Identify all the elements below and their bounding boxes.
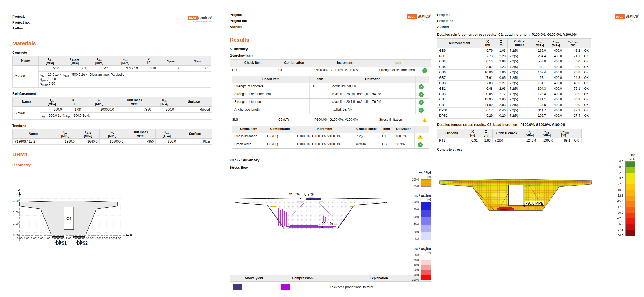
tendons-table: Namefpk[MPa]fp01k[MPa]Es[MPa]Unit mass[k… xyxy=(12,129,212,145)
compression-header: Compression xyxy=(278,275,327,282)
value-cell: 400.0 xyxy=(548,75,564,80)
page-detailed-results: Project: Project no: Author: ideaStatiCa… xyxy=(437,12,639,246)
material-detail: εst = 500.0 1e-4, εsc = 500.0 1e-4, xyxy=(40,112,212,120)
legend-tick: -27.5 xyxy=(617,228,623,231)
column-header: Es[MPa] xyxy=(99,129,125,139)
column-header: σs/σlim[%] xyxy=(564,39,582,48)
legend-tick: 0.0 xyxy=(619,166,623,169)
legend-scale: 0.020.040.060.080.0100.0 xyxy=(395,255,431,283)
value-cell: DPS1 xyxy=(437,107,481,113)
column-header: X[m] xyxy=(481,39,495,48)
value-cell: 0.20 xyxy=(140,65,158,71)
value-cell: OK xyxy=(582,48,591,53)
logo-tagline: Calculate yesterday's estimates xyxy=(188,21,212,22)
reinf-results-title: Detailed reinforcement stress results: C… xyxy=(437,33,639,36)
column-header: fyk[MPa] xyxy=(40,97,64,107)
value-cell: 2.93 xyxy=(495,86,508,91)
value-cell: 400.0 xyxy=(548,59,564,64)
geometry-heading: Geometry xyxy=(12,163,212,167)
column-header: Ecm[MPa] xyxy=(111,56,140,66)
check-item-row: SLSC2 (LT)P100.0%, G100.0%, V100.0%Stres… xyxy=(230,116,431,124)
value-cell: 195000.0 xyxy=(99,138,125,144)
warning-icon: ! xyxy=(422,118,428,122)
value-cell: 40.3 xyxy=(564,80,582,86)
value-cell: 7.2(5) xyxy=(508,91,532,97)
value-cell: GB2 xyxy=(437,59,481,64)
value-cell: OK xyxy=(582,97,591,102)
legend-tick: 0.0 xyxy=(415,254,419,257)
legend-tick: -5.0 xyxy=(618,177,623,180)
table-row: Y1860S7-15.21860.01640.0195000.07850350.… xyxy=(13,138,212,144)
value-cell: 9.29 xyxy=(481,113,495,118)
project-label: Project: xyxy=(12,13,30,19)
value-cell: 7.2(5) xyxy=(508,59,532,64)
column-header: Surface xyxy=(176,97,212,107)
value-cell: 2.5 xyxy=(184,65,211,71)
legend-tick: 100.0 xyxy=(412,278,419,281)
value-cell: 304.3 xyxy=(532,86,548,91)
stress-flow-figure: 8.7 % 76.0 % 99.4 % τb / fbd[%]100.095.0… xyxy=(230,171,431,272)
legend-tick: -30.0 xyxy=(617,234,623,237)
value-cell: GB9 xyxy=(437,48,481,53)
idea-statica-logo: ideaStatiCa® Calculate yesterday's estim… xyxy=(188,13,212,22)
table-row: GB1011.092.837.2(5)-34.5400.00.0OK xyxy=(437,102,591,107)
value-cell: 1.23 xyxy=(495,64,508,69)
value-cell: 161.1 xyxy=(532,80,548,86)
table-row: GB30.052.727.2(5)123.4400.030.9OK xyxy=(437,91,591,97)
column-header: fck[MPa] xyxy=(39,56,61,66)
legend-scale: 100.095.0 xyxy=(395,179,431,190)
column-header: σs[MPa] xyxy=(532,39,548,48)
value-cell: 80.1 xyxy=(532,64,548,69)
value-cell: 7.2(5) xyxy=(508,48,532,53)
value-cell: 24.3 xyxy=(564,75,582,80)
value-cell: DPS2 xyxy=(437,113,481,118)
value-cell: 7.2(5) xyxy=(508,53,532,59)
value-cell: 9.79 xyxy=(481,48,495,53)
value-cell: GB10 xyxy=(437,102,481,107)
value-cell: 6.17 xyxy=(481,107,495,113)
uls-summary-heading: ULS - Summary xyxy=(230,158,431,162)
overview-header: Check itemCombinationIncrementItem xyxy=(230,59,431,67)
z-axis-tick: 2.00 xyxy=(11,211,19,214)
column-header: Name xyxy=(13,97,40,107)
column-header: Name xyxy=(13,129,54,139)
value-cell: 350.0 xyxy=(156,138,178,144)
table-row: PT16.312.837.2(5)1243.41395.089.1OK xyxy=(437,138,582,143)
legend-tick: -12.5 xyxy=(617,194,623,197)
compression-swatch xyxy=(281,284,290,290)
column-header: fctk,0.05[MPa] xyxy=(61,56,88,66)
value-cell: 1640.0 xyxy=(77,138,99,144)
check-ok-icon: ✓ xyxy=(419,108,424,113)
idea-statica-logo: ideaStatiCa® Calculate yesterday's estim… xyxy=(407,12,431,21)
table-row: GB413.952.657.2(5)121.1400.030.3OK xyxy=(437,97,591,102)
column-header: σlim[MPa] xyxy=(538,129,555,138)
column-header: φpres xyxy=(184,56,211,66)
legend-title: τb / fbd xyxy=(395,171,431,175)
idea-statica-logo: ideaStatiCa® Calculate yesterday's estim… xyxy=(615,12,639,21)
concrete-stress-label: Concrete stress xyxy=(437,147,639,151)
value-cell: Plain xyxy=(178,138,212,144)
overview-table: Check itemCombinationIncrementItemULSC1P… xyxy=(230,59,431,151)
value-cell: GB7 xyxy=(437,75,481,80)
value-cell: Ribbed xyxy=(176,106,212,112)
x-axis-label: X xyxy=(130,233,132,237)
z-axis-tick: 3.00 xyxy=(11,199,19,202)
value-cell: 500.0 xyxy=(40,106,64,112)
materials-table: Namefyk[MPa]k[-]Es[MPa]Unit mass[kg/m³]ε… xyxy=(12,97,212,120)
value-cell: 0.40 xyxy=(495,107,508,113)
value-cell: PT1 xyxy=(437,138,466,143)
legend-tick: -10.0 xyxy=(617,188,623,191)
legend-title: σs / σs,lim xyxy=(395,193,431,198)
value-cell: GB8 xyxy=(437,80,481,86)
check-ok-icon: ✓ xyxy=(422,68,427,73)
z-axis-label: Z xyxy=(18,188,20,192)
page-results: Project: Project no: Author: ideaStatiCa… xyxy=(230,12,431,293)
author-label: Author: xyxy=(12,25,30,31)
project-info: Project: Project no: Author: xyxy=(230,12,247,30)
value-cell: 1860.0 xyxy=(54,138,77,144)
value-cell: 0.0 xyxy=(564,102,582,107)
column-header xyxy=(582,39,591,48)
value-cell: 0.05 xyxy=(481,91,495,97)
value-cell: 2.88 xyxy=(495,59,508,64)
value-cell: 1395.0 xyxy=(538,138,555,143)
